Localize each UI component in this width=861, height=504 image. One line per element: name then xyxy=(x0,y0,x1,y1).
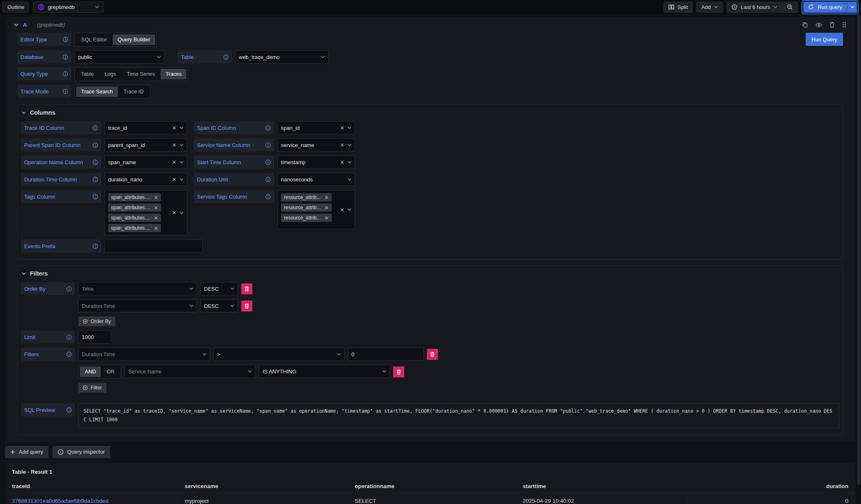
run-query-caret[interactable] xyxy=(847,2,857,13)
clear-icon[interactable]: ✕ xyxy=(340,160,344,165)
add-button[interactable]: Add xyxy=(696,2,723,13)
tag-chip[interactable]: span_attributes....✕ xyxy=(108,193,161,201)
option-sql-editor[interactable]: SQL Editor xyxy=(76,34,112,45)
delete-query-trash-icon[interactable] xyxy=(829,22,835,28)
drag-handle-icon[interactable] xyxy=(842,22,846,28)
clear-icon[interactable]: ✕ xyxy=(340,142,344,148)
clear-icon[interactable]: ✕ xyxy=(340,125,344,131)
info-icon[interactable] xyxy=(66,286,72,292)
clear-icon[interactable]: ✕ xyxy=(340,207,344,212)
order-by-direction-select[interactable]: DESC xyxy=(200,299,238,312)
outline-button[interactable]: Outline xyxy=(2,2,29,13)
duplicate-query-icon[interactable] xyxy=(802,22,808,28)
parent-span-id-column-select[interactable]: parent_span_id ✕ xyxy=(104,138,187,151)
events-prefix-input[interactable] xyxy=(104,240,203,253)
option-and[interactable]: AND xyxy=(80,366,101,377)
query-ref-id[interactable]: A xyxy=(23,22,27,28)
order-by-direction-select[interactable]: DESC xyxy=(200,282,238,295)
datasource-picker[interactable]: greptimedb xyxy=(33,2,104,13)
duration-unit-select[interactable]: nanoseconds xyxy=(277,173,355,186)
remove-filter-button[interactable] xyxy=(393,366,404,377)
tag-chip[interactable]: span_attributes....✕ xyxy=(108,203,161,212)
clear-icon[interactable]: ✕ xyxy=(172,125,177,131)
column-header-starttime[interactable]: starttime xyxy=(516,480,687,493)
trace-id-link[interactable]: 3768831301ea0d65adaef8b9da1cbded xyxy=(12,498,109,504)
operation-name-column-select[interactable]: span_name ✕ xyxy=(104,156,187,169)
info-icon[interactable] xyxy=(265,194,271,199)
limit-input[interactable] xyxy=(78,330,111,344)
run-query-button[interactable]: Run query xyxy=(803,2,847,13)
order-by-field-select[interactable]: Time xyxy=(78,282,197,295)
hide-query-eye-icon[interactable] xyxy=(816,22,822,28)
add-order-by-button[interactable]: Order By xyxy=(78,316,116,326)
service-tag-chip[interactable]: resource_attrib...✕ xyxy=(281,214,332,222)
info-icon[interactable] xyxy=(265,142,271,148)
tag-chip[interactable]: span_attributes....✕ xyxy=(108,214,161,222)
zoom-out-button[interactable] xyxy=(782,2,798,12)
info-icon[interactable] xyxy=(265,125,271,131)
service-tags-column-multiselect[interactable]: resource_attrib...✕ resource_attrib...✕ … xyxy=(277,190,355,229)
info-icon[interactable] xyxy=(63,37,68,42)
filter-value-input[interactable] xyxy=(348,348,424,361)
info-icon[interactable] xyxy=(63,89,68,94)
remove-order-by-button[interactable] xyxy=(241,301,252,312)
info-icon[interactable] xyxy=(265,160,271,165)
database-select[interactable]: public xyxy=(75,50,165,63)
info-icon[interactable] xyxy=(93,125,98,131)
option-logs[interactable]: Logs xyxy=(100,69,121,79)
option-trace-search[interactable]: Trace Search xyxy=(76,86,118,97)
info-icon[interactable] xyxy=(93,244,98,249)
add-query-button[interactable]: Add query xyxy=(5,446,48,458)
tag-chip[interactable]: span_attributes....✕ xyxy=(108,224,161,232)
info-icon[interactable] xyxy=(93,142,98,148)
filters-section-header[interactable]: Filters xyxy=(18,266,843,281)
filter-operator-select[interactable]: > xyxy=(213,348,344,361)
column-header-servicename[interactable]: servicename xyxy=(178,480,348,493)
filter-field-select[interactable]: Service Name xyxy=(125,365,256,378)
duration-time-column-select[interactable]: duration_nano ✕ xyxy=(104,173,187,186)
option-query-builder[interactable]: Query Builder xyxy=(113,34,155,45)
trace-id-column-select[interactable]: trace_id ✕ xyxy=(104,121,187,134)
clear-icon[interactable]: ✕ xyxy=(172,210,177,215)
option-time-series[interactable]: Time Series xyxy=(122,69,160,79)
query-inspector-button[interactable]: Query inspector xyxy=(52,446,110,458)
remove-chip-icon[interactable]: ✕ xyxy=(154,195,158,200)
filter-field-select[interactable]: Duration Time xyxy=(78,348,210,361)
table-select[interactable]: web_trace_demo xyxy=(235,50,329,63)
info-icon[interactable] xyxy=(66,407,72,413)
run-query-inline-button[interactable]: Run Query xyxy=(806,33,843,46)
service-name-column-select[interactable]: service_name ✕ xyxy=(277,138,355,151)
column-header-duration[interactable]: duration xyxy=(687,480,855,493)
remove-chip-icon[interactable]: ✕ xyxy=(324,205,329,210)
info-icon[interactable] xyxy=(93,160,98,165)
service-tag-chip[interactable]: resource_attrib...✕ xyxy=(281,193,332,201)
service-tag-chip[interactable]: resource_attrib...✕ xyxy=(281,203,332,212)
column-header-traceid[interactable]: traceid xyxy=(5,480,178,493)
clear-icon[interactable]: ✕ xyxy=(172,142,177,148)
column-header-operationname[interactable]: operationname xyxy=(348,480,516,493)
scrollbar-thumb[interactable] xyxy=(857,15,861,485)
info-icon[interactable] xyxy=(93,177,98,182)
split-button[interactable]: Split xyxy=(664,2,693,13)
info-icon[interactable] xyxy=(63,54,68,60)
filter-operator-select[interactable]: IS ANYTHING xyxy=(259,365,390,378)
remove-filter-button[interactable] xyxy=(427,349,438,360)
order-by-field-select[interactable]: Duration Time xyxy=(78,299,197,312)
option-traces[interactable]: Traces xyxy=(161,69,186,79)
option-or[interactable]: OR xyxy=(102,366,120,377)
add-filter-button[interactable]: Filter xyxy=(78,383,106,393)
page-scrollbar[interactable] xyxy=(857,14,861,504)
info-icon[interactable] xyxy=(223,54,229,60)
option-table[interactable]: Table xyxy=(76,69,99,79)
tags-column-multiselect[interactable]: span_attributes....✕ span_attributes....… xyxy=(104,190,187,235)
columns-section-header[interactable]: Columns xyxy=(18,105,843,120)
info-icon[interactable] xyxy=(66,352,72,357)
info-icon[interactable] xyxy=(63,71,68,77)
info-icon[interactable] xyxy=(93,194,98,199)
remove-chip-icon[interactable]: ✕ xyxy=(154,205,158,210)
span-id-column-select[interactable]: span_id ✕ xyxy=(277,121,355,134)
info-icon[interactable] xyxy=(265,177,271,182)
remove-chip-icon[interactable]: ✕ xyxy=(154,226,158,231)
collapse-chevron-icon[interactable] xyxy=(14,23,18,26)
option-trace-id[interactable]: Trace ID xyxy=(119,86,149,97)
